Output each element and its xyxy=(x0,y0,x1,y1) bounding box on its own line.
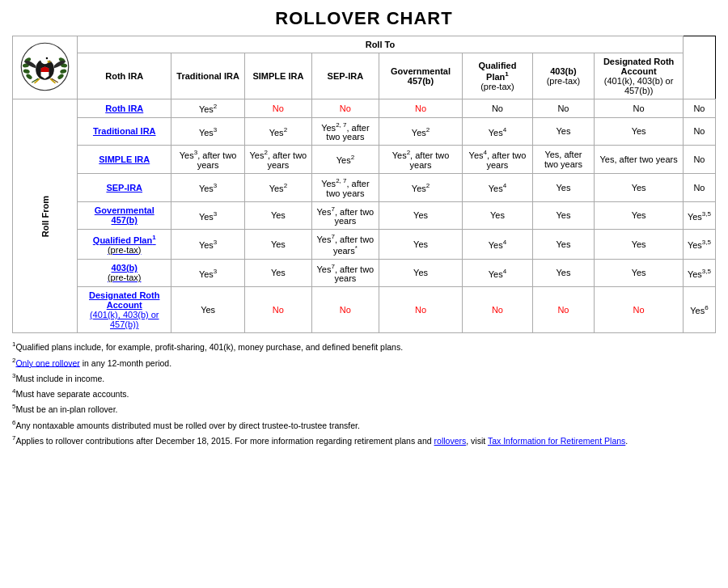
col-header-simple-ira: SIMPLE IRA xyxy=(244,53,311,99)
cell: No xyxy=(379,287,463,333)
cell: Yes xyxy=(595,117,684,146)
row-header-roth-ira[interactable]: Roth IRA xyxy=(78,99,171,118)
svg-point-7 xyxy=(60,69,67,74)
cell: No xyxy=(532,287,595,333)
cell: Yes4 xyxy=(463,117,532,146)
footnote-1: 1Qualified plans include, for example, p… xyxy=(12,340,716,353)
col-header-gov-457b: Governmental 457(b) xyxy=(379,53,463,99)
cell: Yes xyxy=(171,287,244,333)
cell: Yes3 xyxy=(171,201,244,230)
footnotes-section: 1Qualified plans include, for example, p… xyxy=(12,340,716,447)
page-title: ROLLOVER CHART xyxy=(12,8,716,29)
roll-to-header: Roll To xyxy=(78,36,684,53)
row-header-simple-ira[interactable]: SIMPLE IRA xyxy=(78,146,171,174)
cell: No xyxy=(595,99,684,118)
row-header-gov-457b[interactable]: Governmental 457(b) xyxy=(78,201,171,230)
cell: Yes3 xyxy=(171,173,244,201)
roll-from-label: Roll From xyxy=(13,99,78,333)
cell: Yes2 xyxy=(171,99,244,118)
cell: Yes7, after two years* xyxy=(312,230,379,259)
cell: Yes2 xyxy=(244,117,311,146)
cell: Yes2, 7, after two years xyxy=(312,117,379,146)
cell: No xyxy=(244,99,311,118)
cell: Yes3, after two years xyxy=(171,146,244,174)
col-header-sep-ira: SEP-IRA xyxy=(312,53,379,99)
cell: Yes2, after two years xyxy=(244,146,311,174)
cell: Yes xyxy=(379,259,463,287)
table-row: Governmental 457(b) Yes3 Yes Yes7, after… xyxy=(13,201,716,230)
table-row: Qualified Plan1(pre-tax) Yes3 Yes Yes7, … xyxy=(13,230,716,259)
cell: No xyxy=(312,287,379,333)
col-header-roth-ira: Roth IRA xyxy=(78,53,171,99)
cell: Yes xyxy=(532,259,595,287)
cell: Yes2, 7, after two years xyxy=(312,173,379,201)
cell: Yes3,5 xyxy=(683,201,715,230)
cell: Yes xyxy=(595,201,684,230)
cell: Yes6 xyxy=(683,287,715,333)
one-rollover-link[interactable]: Only one rollover xyxy=(15,357,79,367)
cell: No xyxy=(379,99,463,118)
table-row: SEP-IRA Yes3 Yes2 Yes2, 7, after two yea… xyxy=(13,173,716,201)
cell: Yes xyxy=(463,201,532,230)
cell: Yes2 xyxy=(244,173,311,201)
row-header-sep-ira[interactable]: SEP-IRA xyxy=(78,173,171,201)
cell: Yes4, after two years xyxy=(463,146,532,174)
col-header-des-roth: Designated Roth Account(401(k), 403(b) o… xyxy=(595,53,684,99)
cell: No xyxy=(244,287,311,333)
cell: Yes xyxy=(379,230,463,259)
cell: No xyxy=(312,99,379,118)
cell: Yes3 xyxy=(171,230,244,259)
cell: Yes xyxy=(379,201,463,230)
cell: Yes xyxy=(244,259,311,287)
cell: Yes3 xyxy=(171,117,244,146)
rollover-chart-table: Roll To Roth IRA Traditional IRA SIMPLE … xyxy=(12,36,716,333)
cell: Yes3,5 xyxy=(683,230,715,259)
cell: Yes xyxy=(595,173,684,201)
footnote-4: 4Must have separate accounts. xyxy=(12,387,716,400)
cell: Yes, after two years xyxy=(532,146,595,174)
cell: No xyxy=(463,99,532,118)
cell: No xyxy=(532,99,595,118)
cell: Yes xyxy=(244,230,311,259)
table-row: 403(b)(pre-tax) Yes3 Yes Yes7, after two… xyxy=(13,259,716,287)
cell: Yes xyxy=(532,230,595,259)
cell: Yes2 xyxy=(379,117,463,146)
cell: Yes7, after two years xyxy=(312,201,379,230)
svg-point-3 xyxy=(23,69,30,74)
row-header-trad-ira[interactable]: Traditional IRA xyxy=(78,117,171,146)
tax-info-link[interactable]: Tax Information for Retirement Plans xyxy=(488,436,625,446)
cell: Yes2, after two years xyxy=(379,146,463,174)
cell: No xyxy=(683,173,715,201)
cell: Yes xyxy=(532,201,595,230)
col-header-qualified-plan: Qualified Plan1(pre-tax) xyxy=(463,53,532,99)
cell: Yes4 xyxy=(463,173,532,201)
footnote-3: 3Must include in income. xyxy=(12,371,716,385)
cell: Yes xyxy=(244,201,311,230)
svg-point-11 xyxy=(46,57,48,59)
cell: Yes4 xyxy=(463,259,532,287)
cell: Yes xyxy=(595,230,684,259)
cell: Yes4 xyxy=(463,230,532,259)
cell: Yes3,5 xyxy=(683,259,715,287)
footnote-6: 6Any nontaxable amounts distributed must… xyxy=(12,418,716,432)
rollovers-link[interactable]: rollovers xyxy=(434,436,467,446)
svg-point-8 xyxy=(57,73,64,80)
row-header-qualified-plan[interactable]: Qualified Plan1(pre-tax) xyxy=(78,230,171,259)
col-header-trad-ira: Traditional IRA xyxy=(171,53,244,99)
svg-point-4 xyxy=(25,73,32,80)
col-header-403b: 403(b)(pre-tax) xyxy=(532,53,595,99)
cell: Yes xyxy=(532,173,595,201)
irs-logo xyxy=(13,36,78,99)
cell: Yes xyxy=(532,117,595,146)
cell: No xyxy=(595,287,684,333)
footnote-2: 2Only one rollover in any 12-month perio… xyxy=(12,356,716,370)
row-header-403b[interactable]: 403(b)(pre-tax) xyxy=(78,259,171,287)
table-row: SIMPLE IRA Yes3, after two years Yes2, a… xyxy=(13,146,716,174)
cell: Yes2 xyxy=(379,173,463,201)
cell: No xyxy=(683,146,715,174)
row-header-des-roth[interactable]: Designated Roth Account(401(k), 403(b) o… xyxy=(78,287,171,333)
cell: Yes xyxy=(595,259,684,287)
cell: Yes2 xyxy=(312,146,379,174)
cell: Yes, after two years xyxy=(595,146,684,174)
table-row: Traditional IRA Yes3 Yes2 Yes2, 7, after… xyxy=(13,117,716,146)
